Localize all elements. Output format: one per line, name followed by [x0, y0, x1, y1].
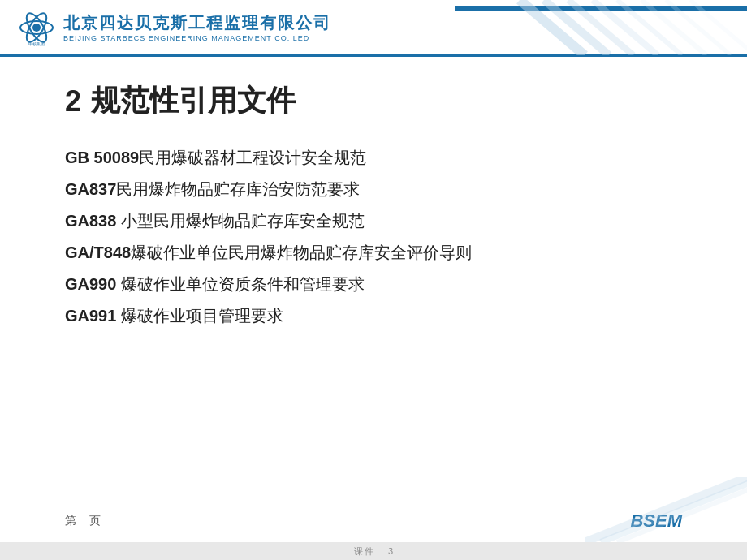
svg-line-14	[585, 477, 747, 542]
item-code: GA838	[65, 212, 116, 230]
list-item: GA837民用爆炸物品贮存库治安防范要求	[65, 175, 682, 204]
content-list: GB 50089民用爆破器材工程设计安全规范 GA837民用爆炸物品贮存库治安防…	[65, 144, 682, 330]
main-content: 2 规范性引用文件 GB 50089民用爆破器材工程设计安全规范 GA837民用…	[0, 57, 747, 350]
header-logo-text: 北京四达贝克斯工程监理有限公司 BEIJING STARBECS ENGINEE…	[63, 12, 331, 42]
item-text: 爆破作业单位资质条件和管理要求	[116, 275, 365, 293]
svg-point-0	[32, 24, 41, 32]
bottom-right-decoration	[585, 477, 747, 542]
item-text: 小型民用爆炸物品贮存库安全规范	[116, 212, 365, 230]
svg-text:中核集团: 中核集团	[28, 41, 45, 46]
list-item: GB 50089民用爆破器材工程设计安全规范	[65, 144, 682, 172]
page-label: 第	[65, 514, 76, 527]
logo-icon: 中核集团	[16, 7, 57, 48]
item-text: 民用爆炸物品贮存库治安防范要求	[116, 180, 360, 198]
bottom-strip: 课件 3	[0, 542, 747, 560]
item-code: GA990	[65, 275, 116, 293]
section-title: 2 规范性引用文件	[65, 81, 682, 121]
logo-group: 中核集团 北京四达贝克斯工程监理有限公司 BEIJING STARBECS EN…	[16, 7, 331, 48]
item-text: 爆破作业单位民用爆炸物品贮存库安全评价导则	[131, 243, 472, 261]
page-number: 3	[388, 546, 393, 556]
section-title-text: 规范性引用文件	[91, 81, 296, 121]
bottom-strip-text: 课件	[354, 545, 375, 558]
list-item: GA/T848爆破作业单位民用爆炸物品贮存库安全评价导则	[65, 239, 682, 267]
logo-cn: 北京四达贝克斯工程监理有限公司	[63, 12, 331, 34]
item-code: GA/T848	[65, 243, 131, 261]
logo-en: BEIJING STARBECS ENGINEERING MANAGEMENT …	[63, 34, 309, 42]
page-unit: 页	[89, 514, 101, 527]
item-code: GA837	[65, 180, 116, 198]
list-item: GA991 爆破作业项目管理要求	[65, 302, 682, 330]
section-number: 2	[65, 84, 81, 118]
item-text: 爆破作业项目管理要求	[116, 307, 283, 325]
list-item: GA838 小型民用爆炸物品贮存库安全规范	[65, 207, 682, 235]
item-code: GB 50089	[65, 149, 139, 166]
item-text: 民用爆破器材工程设计安全规范	[139, 149, 366, 166]
footer-page: 第 页	[65, 514, 101, 528]
list-item: GA990 爆破作业单位资质条件和管理要求	[65, 270, 682, 299]
header: 中核集团 北京四达贝克斯工程监理有限公司 BEIJING STARBECS EN…	[0, 0, 747, 57]
header-decoration	[455, 0, 747, 55]
item-code: GA991	[65, 307, 116, 325]
